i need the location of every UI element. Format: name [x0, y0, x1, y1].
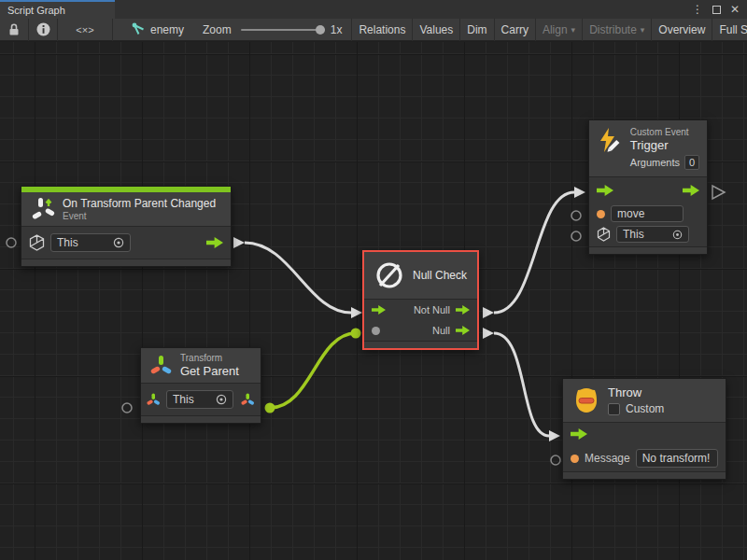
node-footer	[141, 415, 261, 423]
wire-null-to-throw[interactable]	[483, 328, 560, 441]
arguments-label: Arguments	[630, 157, 680, 168]
tab-title: Script Graph	[7, 5, 65, 16]
wire-event-to-nullcheck[interactable]	[233, 237, 362, 318]
graph-reference[interactable]: enemy	[113, 22, 193, 36]
control-input-port[interactable]	[597, 185, 613, 196]
lock-icon	[7, 22, 21, 36]
gameobject-cube-icon	[597, 227, 611, 242]
lock-button[interactable]	[0, 19, 28, 41]
node-footer	[563, 471, 726, 479]
tab-bar: Script Graph ⋮ ✕	[0, 0, 747, 19]
unconnected-output-port[interactable]	[712, 186, 725, 199]
graph-name: enemy	[150, 23, 184, 36]
target-object-field[interactable]: This	[50, 233, 131, 252]
control-output-port-null[interactable]	[456, 326, 470, 335]
transform-output-port-icon[interactable]	[241, 393, 255, 407]
transform-port-icon[interactable]	[147, 393, 161, 407]
zoom-value: 1x	[331, 23, 343, 36]
kebab-menu-icon[interactable]: ⋮	[692, 3, 703, 16]
window-controls: ⋮ ✕	[692, 0, 747, 19]
node-title: Trigger	[630, 138, 699, 152]
distribute-dropdown[interactable]: Distribute	[583, 19, 651, 41]
code-view-button[interactable]: <×>	[58, 19, 112, 41]
node-subtitle: Event	[63, 211, 216, 221]
overview-button[interactable]: Overview	[652, 19, 712, 41]
node-header: Throw Custom	[563, 379, 726, 423]
node-title: Throw	[608, 385, 664, 399]
graph-icon	[132, 22, 146, 36]
align-dropdown[interactable]: Align	[536, 19, 582, 41]
control-input-port[interactable]	[372, 305, 386, 315]
node-footer	[21, 259, 231, 266]
node-title: Null Check	[413, 269, 467, 282]
zoom-slider[interactable]	[241, 29, 325, 31]
object-picker-icon[interactable]	[672, 230, 683, 240]
wire-getparent-to-nullcheck[interactable]	[265, 329, 361, 413]
node-on-transform-parent-changed[interactable]: On Transform Parent Changed Event This	[21, 186, 232, 267]
arguments-count-field[interactable]: 0	[684, 155, 699, 170]
target-object-field[interactable]: This	[166, 390, 233, 409]
node-title: Get Parent	[180, 364, 239, 378]
zoom-label: Zoom	[203, 23, 232, 36]
node-category: Custom Event	[630, 127, 699, 137]
node-footer	[364, 341, 477, 348]
unconnected-port[interactable]	[122, 403, 132, 413]
dim-button[interactable]: Dim	[460, 19, 493, 41]
node-category: Transform	[180, 353, 239, 363]
custom-checkbox-label: Custom	[626, 402, 664, 415]
gameobject-cube-icon	[29, 234, 45, 251]
port-label: Null	[432, 325, 450, 336]
zoom-control: Zoom 1x	[193, 23, 351, 36]
event-name-field[interactable]: move	[611, 205, 684, 222]
node-header: Null Check	[364, 252, 477, 300]
control-output-port[interactable]	[683, 185, 699, 196]
tab-script-graph[interactable]: Script Graph	[0, 0, 115, 19]
unconnected-port[interactable]	[571, 231, 581, 241]
maximize-icon[interactable]	[712, 6, 721, 14]
wire-notnull-to-trigger[interactable]	[483, 187, 585, 318]
message-label: Message	[585, 452, 630, 465]
node-header: On Transform Parent Changed Event	[21, 192, 231, 227]
node-header: Transform Get Parent	[141, 348, 261, 384]
target-object-field[interactable]: This	[616, 226, 689, 243]
transform-changed-icon	[31, 197, 55, 221]
node-header: Custom Event Trigger Arguments 0	[589, 120, 707, 177]
node-footer	[589, 246, 707, 254]
zoom-slider-thumb[interactable]	[316, 25, 325, 35]
throw-error-icon	[572, 386, 600, 414]
graph-canvas[interactable]: On Transform Parent Changed Event This	[0, 42, 747, 560]
code-icon: <×>	[76, 24, 93, 35]
string-input-port[interactable]	[597, 210, 605, 218]
object-picker-icon[interactable]	[216, 394, 227, 405]
object-picker-icon[interactable]	[113, 237, 124, 248]
node-get-parent[interactable]: Transform Get Parent This	[140, 347, 261, 424]
custom-checkbox[interactable]	[608, 403, 620, 415]
node-trigger-custom-event[interactable]: Custom Event Trigger Arguments 0 move	[588, 119, 708, 255]
unconnected-port[interactable]	[551, 455, 560, 465]
node-throw[interactable]: Throw Custom Message No transform!	[562, 378, 726, 480]
values-button[interactable]: Values	[413, 19, 459, 41]
carry-button[interactable]: Carry	[495, 19, 535, 41]
fullscreen-button[interactable]: Full Screen	[712, 19, 747, 41]
control-input-port[interactable]	[571, 428, 587, 440]
control-output-port-not-null[interactable]	[456, 305, 470, 315]
close-icon[interactable]: ✕	[730, 3, 740, 16]
unconnected-port[interactable]	[571, 211, 581, 220]
info-button[interactable]	[29, 19, 57, 41]
control-output-port[interactable]	[206, 237, 223, 248]
unity-visual-scripting-window: Script Graph ⋮ ✕ <×>	[0, 0, 747, 560]
transform-icon	[150, 355, 173, 377]
null-check-icon	[374, 259, 405, 291]
custom-event-icon	[597, 127, 623, 157]
unconnected-port[interactable]	[7, 238, 16, 247]
node-null-check[interactable]: Null Check Not Null Null	[362, 250, 479, 350]
string-input-port[interactable]	[571, 455, 579, 463]
value-input-port[interactable]	[372, 327, 380, 335]
graph-toolbar: <×> enemy Zoom 1x Relations Values Dim C…	[0, 19, 747, 41]
message-field[interactable]: No transform!	[636, 449, 718, 468]
node-title: On Transform Parent Changed	[63, 197, 216, 210]
info-icon	[36, 22, 50, 36]
port-label: Not Null	[414, 304, 450, 315]
relations-button[interactable]: Relations	[352, 19, 412, 41]
